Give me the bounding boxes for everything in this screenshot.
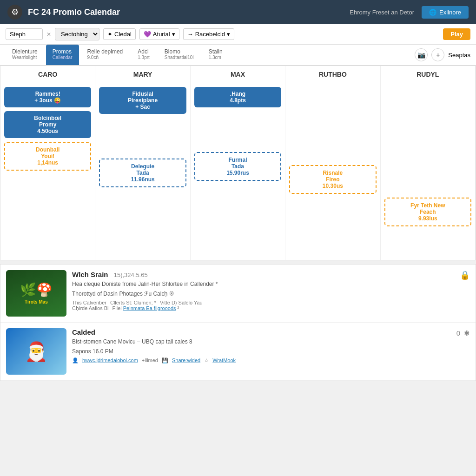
card-sub: Piresiplane: [103, 97, 182, 104]
cal-col-rudyl: Fyr Teth New Feach 9.93ius: [381, 83, 476, 260]
tab-sublabel: Wearriolight: [12, 55, 38, 60]
col-header-caro: CARO: [0, 66, 95, 83]
tab-relie[interactable]: Relie depimed 9.0cñ: [81, 45, 130, 65]
aturial-label: Aturial: [153, 31, 170, 38]
tab-stalin[interactable]: Stalin 1.3cm: [202, 45, 229, 65]
clear-button[interactable]: ✕: [46, 31, 51, 38]
tab-label: Dielenture: [12, 48, 38, 55]
meta-fiiel: Fiiel Peinmata Ea fligrooods ²: [112, 305, 179, 311]
news-desc2-2: Sapons 16.0 PM: [72, 348, 470, 356]
card-furmal[interactable]: Furmal Tada 15.90rus: [194, 152, 281, 181]
news-num-2: 0: [456, 329, 460, 337]
card-title: Furmal: [199, 157, 277, 163]
tab-sublabel: 1.3prt: [138, 55, 150, 60]
person-icon: 👤: [72, 357, 79, 364]
card-title: Risnale: [294, 170, 371, 176]
news-desc1-1: Hea cleque Doniste frome Jalin-Her Shłor…: [72, 280, 470, 288]
chevron-down-icon2: ▾: [227, 31, 230, 38]
seaptas-label: Seaptas: [448, 52, 470, 59]
app-title: FC 24 Promio Calendar: [28, 7, 350, 17]
news-desc1-2: Blst-stomen Cane Movicu – UBQ cap tall c…: [72, 338, 470, 346]
card-value: 15.90rus: [199, 170, 277, 176]
tabs-actions: 📷 + Seaptas: [415, 48, 470, 61]
card-hang[interactable]: .Нang 4.8pts: [194, 87, 281, 107]
tab-sublabel: 9.0cñ: [87, 55, 123, 60]
news-thumb-2: 🎅: [6, 328, 66, 375]
tab-biomo[interactable]: Biomo Shadtastial10l: [158, 45, 200, 65]
wrat-link[interactable]: WratMook: [212, 357, 236, 364]
news-meta-1: This Calvenber Cllerts St: Clumen; * Vit…: [72, 300, 470, 305]
card-title: Fyr Teth New: [389, 202, 467, 209]
section-dropdown[interactable]: Sectohing: [55, 28, 99, 40]
website-link[interactable]: hwwc.jdrimedalobol.com: [82, 357, 138, 364]
card-sub: Tada: [104, 170, 181, 176]
card-sub: Youi!: [9, 153, 86, 159]
card-title: Rammes!: [8, 91, 87, 97]
gear-icon: ⚙: [11, 7, 19, 17]
card-value: 4.8pts: [198, 97, 278, 104]
tab-label: Relie depimed: [87, 48, 123, 55]
share-link[interactable]: Share:wided: [172, 357, 200, 364]
tab-label: Stalin: [209, 48, 223, 55]
card-sub: Tada: [199, 163, 277, 170]
fav-icon: ☆: [204, 357, 209, 364]
app-logo: ⚙: [7, 5, 22, 20]
card-dounball[interactable]: Dounball Youi! 1,14nus: [4, 142, 91, 171]
news-content-2: Calded 0 ✱ Blst-stomen Cane Movicu – UBQ…: [72, 328, 470, 375]
calendar-grid: CARO МАRY МАХ RUTHBO RUDYL Rammes! + 3ou…: [0, 66, 476, 260]
exlinore-label: Exlinore: [439, 9, 461, 16]
tab-promos[interactable]: Promos Callendar: [46, 45, 79, 65]
tab-dielenture[interactable]: Dielenture Wearriolight: [6, 45, 44, 65]
card-title: Bolcinbœl: [8, 115, 87, 121]
meta-cllerts: Cllerts St: Clumen; *: [110, 300, 156, 305]
tab-sublabel: Callendar: [53, 55, 73, 60]
card-value: 9.93ius: [389, 215, 467, 222]
heart-icon: 💜: [144, 31, 151, 38]
tab-adci[interactable]: Adci 1.3prt: [131, 45, 156, 65]
add-button[interactable]: +: [431, 48, 444, 61]
cledal-label: Cledal: [114, 31, 132, 38]
racebelcld-item[interactable]: → Racebelcld ▾: [183, 28, 234, 40]
news-item-2: 🎅 Calded 0 ✱ Blst-stomen Cane Movicu – U…: [0, 323, 476, 381]
card-fyr[interactable]: Fyr Teth New Feach 9.93ius: [384, 198, 471, 226]
meta-vitte: Vitte D) Salelo Yau: [160, 300, 203, 305]
globe-icon: 🌐: [429, 9, 436, 16]
camera-button[interactable]: 📷: [415, 48, 428, 61]
col-header-ruthbo: RUTHBO: [285, 66, 380, 83]
card-risnale[interactable]: Risnale Fireo 10.30us: [289, 165, 376, 194]
exlinore-button[interactable]: 🌐 Exlinore: [422, 6, 469, 19]
search-input[interactable]: [6, 28, 43, 40]
card-bolcinboel[interactable]: Bolcinbœl Promy 4.50ous: [4, 111, 91, 138]
santa-icon: 🎅: [25, 341, 48, 363]
cledal-item[interactable]: ✦ Cledal: [103, 28, 136, 40]
tab-label: Adci: [138, 48, 150, 55]
card-deleguie[interactable]: Deleguie Tada 11.96nus: [99, 159, 186, 187]
save-icon: 💾: [162, 357, 168, 364]
news-item-1: 🌿🍄 Tirots Mas Wlch Srain 15),324.5.65 🔒 …: [0, 264, 476, 323]
lock-icon: 🔒: [460, 270, 470, 280]
card-fiduslal[interactable]: Fiduslal Piresiplane + Sac: [99, 87, 186, 114]
news-meta-2b: 👤 hwwc.jdrimedalobol.com +llimed 💾 Share…: [72, 357, 470, 364]
card-rammes[interactable]: Rammes! + 3ous 😜: [4, 87, 91, 107]
link-extra: +llimed: [142, 357, 158, 364]
cal-col-mary: Fiduslal Piresiplane + Sac Deleguie Tada…: [95, 83, 190, 260]
news-desc2-1: Thorottyd of Dasin Photages ℱu Calcḥ ®: [72, 290, 470, 298]
card-value: + Sac: [103, 104, 182, 110]
cal-col-max: .Нang 4.8pts Furmal Tada 15.90rus: [191, 83, 285, 260]
news-section: 🌿🍄 Tirots Mas Wlch Srain 15),324.5.65 🔒 …: [0, 264, 476, 381]
aturial-item[interactable]: 💜 Aturial ▾: [139, 28, 179, 40]
news-thumb-1: 🌿🍄 Tirots Mas: [6, 270, 66, 317]
card-value: 11.96nus: [104, 176, 181, 183]
card-value: 10.30us: [294, 183, 371, 189]
app-header: ⚙ FC 24 Promio Calendar Ehromy Freset an…: [0, 0, 476, 24]
card-sub: Promy: [8, 121, 87, 128]
calendar-body: Rammes! + 3ous 😜 Bolcinbœl Promy 4.50ous…: [0, 83, 476, 260]
col-header-rudyl: RUDYL: [381, 66, 476, 83]
header-subtitle: Ehromy Freset an Detor: [350, 9, 414, 16]
play-button[interactable]: Play: [443, 28, 470, 40]
col-header-mary: МАRY: [95, 66, 190, 83]
news-title-2: Calded: [72, 328, 95, 336]
tab-sublabel: Shadtastial10l: [165, 55, 194, 60]
chevron-down-icon: ▾: [172, 31, 175, 38]
peinmata-link[interactable]: Peinmata Ea fligrooods: [123, 305, 176, 311]
